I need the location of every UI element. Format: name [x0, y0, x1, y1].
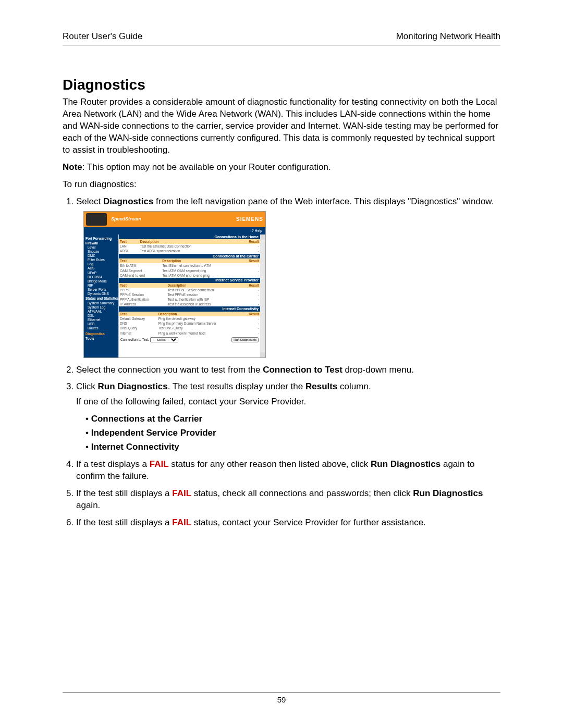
- sidebar-item[interactable]: USB: [85, 322, 117, 326]
- fail-list-item: Independent Service Provider: [85, 427, 500, 439]
- diagnostics-pane: Connections in the HomeTestDescriptionRe…: [118, 235, 260, 357]
- sidebar-item[interactable]: UPnP: [85, 271, 117, 275]
- help-bar[interactable]: ? Help: [84, 227, 265, 235]
- table-row: Eth to ATMTest Ethernet connection to AT…: [119, 263, 260, 268]
- table-row: OAM end-to-endTest ATM OAM end-to-end pi…: [119, 273, 260, 278]
- sidebar-item[interactable]: Routes: [85, 326, 117, 330]
- sidebar-item[interactable]: System Log: [85, 305, 117, 309]
- connection-to-test-select[interactable]: --- Select ---: [150, 337, 178, 342]
- page-title: Diagnostics: [63, 77, 500, 93]
- connection-to-test-label: Connection to Test: --- Select ---: [120, 337, 178, 342]
- diagnostics-table: TestDescriptionResultEth to ATMTest Ethe…: [119, 258, 260, 278]
- fail-status: FAIL: [172, 488, 191, 498]
- sidebar-item[interactable]: DSL: [85, 314, 117, 317]
- brand-speedstream: SpeedStream: [111, 217, 141, 222]
- sidebar-item[interactable]: ATM/AAL: [85, 310, 117, 313]
- section-header: Internet Connectivity: [119, 306, 260, 312]
- table-row: InternetPing a well-known Internet host-: [119, 331, 260, 336]
- section-header: Connections at the Carrier: [119, 254, 260, 259]
- table-row: LANTest the Ethernet/USB Connection-: [119, 244, 260, 249]
- router-ui-titlebar: SpeedStream SIEMENS: [84, 212, 265, 227]
- sidebar-item[interactable]: Log: [85, 262, 117, 266]
- sidebar-item[interactable]: Ethernet: [85, 318, 117, 322]
- header-left: Router User's Guide: [63, 31, 142, 42]
- brand-siemens: SIEMENS: [236, 216, 263, 222]
- sidebar-item[interactable]: Dynamic DNS: [85, 292, 117, 295]
- note-label: Note: [63, 162, 82, 172]
- sidebar-item[interactable]: Bridge Mode: [85, 279, 117, 283]
- section-header: Internet Service Provider: [119, 278, 260, 283]
- table-row: IP AddressTest the assigned IP address-: [119, 302, 260, 306]
- step-6: If the test still displays a FAIL status…: [76, 517, 500, 529]
- table-row: PPPoETest PPPoE Server connection-: [119, 288, 260, 292]
- table-row: DNS QueryTest DNS Query-: [119, 326, 260, 330]
- diagnostics-ref: Diagnostics: [103, 196, 153, 206]
- step-4: If a test displays a FAIL status for any…: [76, 459, 500, 483]
- step-3-sub: If one of the following failed, contact …: [76, 396, 500, 408]
- table-row: ADSLTest ADSL synchronization-: [119, 249, 260, 253]
- sidebar-item[interactable]: Server Ports: [85, 288, 117, 291]
- table-row: DNSPing the primary Domain Name Server-: [119, 321, 260, 326]
- step-5: If the test still displays a FAIL status…: [76, 488, 500, 512]
- table-row: PPPoE SessionTest PPPoE session-: [119, 292, 260, 297]
- sidebar-item[interactable]: Status and Statistics: [85, 297, 117, 300]
- diagnostics-table: TestDescriptionResultDefault GatewayPing…: [119, 312, 260, 336]
- fail-list-item: Internet Connectivity: [85, 441, 500, 453]
- fail-status: FAIL: [150, 459, 169, 469]
- sidebar-item[interactable]: System Summary: [85, 301, 117, 305]
- sidebar-item[interactable]: Filter Rules: [85, 258, 117, 262]
- to-run-label: To run diagnostics:: [63, 179, 500, 191]
- sidebar-item[interactable]: RIP: [85, 283, 117, 287]
- section-header: Connections in the Home: [119, 235, 260, 240]
- note-paragraph: Note: This option may not be available o…: [63, 162, 500, 174]
- page-number: 59: [63, 693, 500, 704]
- sidebar-item[interactable]: Tools: [85, 337, 117, 340]
- step-3: Click Run Diagnostics. The test results …: [76, 381, 500, 453]
- step-1: Select Diagnostics from the left navigat…: [76, 196, 500, 358]
- left-nav-sidebar: Port ForwardingFirewallLevelSnoozeDMZFil…: [84, 235, 118, 357]
- table-row: Default GatewayPing the default gateway-: [119, 316, 260, 321]
- sidebar-item[interactable]: Firewall: [85, 241, 117, 245]
- fail-status: FAIL: [172, 517, 191, 527]
- header-right: Monitoring Network Health: [396, 31, 500, 42]
- sidebar-item[interactable]: Snooze: [85, 250, 117, 253]
- sidebar-item-diagnostics[interactable]: Diagnostics: [85, 332, 117, 336]
- diagnostics-table: TestDescriptionResultLANTest the Etherne…: [119, 239, 260, 253]
- sidebar-item[interactable]: RFC2684: [85, 275, 117, 279]
- sidebar-item[interactable]: DMZ: [85, 254, 117, 257]
- router-image-icon: [86, 213, 107, 226]
- step-2: Select the connection you want to test f…: [76, 364, 500, 376]
- diagnostics-table: TestDescriptionResultPPPoETest PPPoE Ser…: [119, 283, 260, 307]
- table-row: PPP AuthenticationTest authentication wi…: [119, 297, 260, 302]
- run-diagnostics-button[interactable]: Run Diagnostics: [231, 337, 259, 342]
- table-row: OAM SegmentTest ATM OAM segment ping-: [119, 268, 260, 273]
- sidebar-item[interactable]: Port Forwarding: [85, 237, 117, 240]
- fail-list: Connections at the CarrierIndependent Se…: [76, 413, 500, 453]
- diagnostics-screenshot: SpeedStream SIEMENS ? Help Port Forwardi…: [83, 211, 266, 358]
- intro-paragraph: The Router provides a considerable amoun…: [63, 96, 500, 156]
- sidebar-item[interactable]: ADS: [85, 266, 117, 270]
- scrollbar[interactable]: [260, 235, 265, 357]
- fail-list-item: Connections at the Carrier: [85, 413, 500, 425]
- sidebar-item[interactable]: Level: [85, 245, 117, 249]
